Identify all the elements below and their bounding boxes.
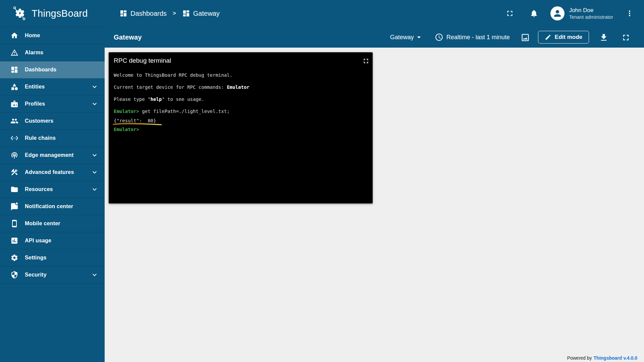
app-title: ThingsBoard bbox=[32, 8, 88, 19]
thingsboard-logo-icon bbox=[12, 6, 28, 21]
fullscreen-icon[interactable] bbox=[362, 57, 370, 65]
notifications-bell-icon[interactable] bbox=[530, 9, 538, 18]
sidebar-item-label: Advanced features bbox=[25, 169, 91, 175]
timewindow-button[interactable]: Realtime - last 1 minute bbox=[435, 33, 510, 42]
sidebar-item-profiles[interactable]: Profiles bbox=[0, 96, 105, 113]
sidebar-item-label: Edge management bbox=[25, 152, 91, 158]
sidebar-item-label: Settings bbox=[25, 255, 99, 261]
sidebar-item-label: Rule chains bbox=[25, 135, 99, 141]
dropdown-arrow-icon bbox=[415, 33, 423, 42]
powered-by-text: Powered by bbox=[567, 355, 592, 361]
sidebar-item-label: Mobile center bbox=[25, 221, 99, 227]
terminal-line: Emulator> get filePath=./light_level.txt… bbox=[114, 108, 368, 115]
dashboards-icon bbox=[119, 9, 127, 17]
terminal-text: to see usage. bbox=[165, 97, 204, 102]
sidebar-item-label: Entities bbox=[25, 84, 91, 90]
terminal-text: Current target device for RPC commands: bbox=[114, 84, 227, 90]
sidebar-item-label: Home bbox=[25, 33, 99, 39]
terminal-prompt: Emulator> bbox=[114, 127, 139, 132]
breadcrumb-item-gateway[interactable]: Gateway bbox=[182, 9, 220, 17]
terminal-text: {"result": 80} bbox=[114, 118, 156, 123]
state-select-label: Gateway bbox=[390, 34, 414, 41]
sidebar-item-label: Notification center bbox=[25, 203, 99, 209]
chevron-down-icon bbox=[91, 100, 99, 108]
chevron-down-icon bbox=[91, 168, 99, 176]
thingsboard-logo[interactable]: ThingsBoard bbox=[0, 6, 105, 21]
dashboards-icon bbox=[10, 66, 18, 74]
sidebar-item-notification-center[interactable]: Notification center bbox=[0, 198, 105, 215]
footer: Powered byThingsboard v.4.0.0 bbox=[567, 355, 637, 361]
sidebar-item-label: Dashboards bbox=[25, 67, 99, 73]
terminal-text: Please type bbox=[114, 97, 148, 102]
avatar[interactable] bbox=[550, 6, 565, 20]
user-role: Tenant administrator bbox=[569, 14, 613, 20]
sidebar-item-home[interactable]: Home bbox=[0, 27, 105, 44]
sidebar-item-label: Customers bbox=[25, 118, 99, 124]
breadcrumb-item-dashboards[interactable]: Dashboards bbox=[119, 9, 167, 17]
terminal-line: Current target device for RPC commands: … bbox=[114, 84, 368, 90]
more-vertical-icon[interactable] bbox=[625, 9, 634, 18]
sidebar-item-customers[interactable]: Customers bbox=[0, 113, 105, 130]
rpc-debug-terminal-widget: RPC debug terminal Welcome to ThingsBoar… bbox=[109, 52, 373, 203]
terminal-prompt: Emulator> bbox=[114, 109, 139, 114]
terminal-line: {"result": 80} bbox=[114, 117, 368, 124]
sidebar-item-security[interactable]: Security bbox=[0, 266, 105, 284]
chevron-down-icon bbox=[91, 271, 99, 279]
chevron-down-icon bbox=[91, 185, 99, 193]
sidebar-item-label: Resources bbox=[25, 186, 91, 192]
header-actions: John Doe Tenant administrator bbox=[505, 6, 644, 20]
sidebar-item-edge-management[interactable]: Edge management bbox=[0, 147, 105, 164]
breadcrumb-label: Gateway bbox=[193, 10, 220, 17]
terminal-line: Please type 'help' to see usage. bbox=[114, 96, 368, 103]
breadcrumb-separator: > bbox=[173, 10, 176, 17]
terminal-text: Emulator bbox=[227, 84, 249, 90]
advanced-features-icon bbox=[10, 168, 18, 176]
breadcrumb-label: Dashboards bbox=[130, 10, 167, 17]
sidebar-item-alarms[interactable]: Alarms bbox=[0, 44, 105, 61]
terminal-text: get filePath=./light_level.txt; bbox=[139, 109, 230, 114]
dashboard-title: Gateway bbox=[114, 34, 142, 41]
sidebar-item-resources[interactable]: Resources bbox=[0, 181, 105, 198]
api-usage-icon bbox=[10, 237, 18, 245]
app-header: ThingsBoard Dashboards > Gateway bbox=[0, 0, 644, 27]
breadcrumb: Dashboards > Gateway bbox=[119, 9, 220, 17]
edge-management-icon bbox=[10, 151, 18, 159]
sidebar-item-label: API usage bbox=[25, 238, 99, 244]
sidebar-item-advanced-features[interactable]: Advanced features bbox=[0, 164, 105, 181]
rule-chains-icon bbox=[10, 134, 18, 142]
sidebar-item-mobile-center[interactable]: Mobile center bbox=[0, 215, 105, 232]
dashboard-state-select[interactable]: Gateway bbox=[390, 33, 423, 42]
download-icon[interactable] bbox=[599, 33, 608, 42]
chevron-down-icon bbox=[91, 83, 99, 91]
sidebar-item-label: Profiles bbox=[25, 101, 91, 107]
resources-icon bbox=[10, 185, 18, 193]
sidebar-item-rule-chains[interactable]: Rule chains bbox=[0, 130, 105, 147]
home-icon bbox=[10, 32, 18, 40]
user-menu[interactable]: John Doe Tenant administrator bbox=[569, 7, 613, 20]
dashboard-toolbar: Gateway Gateway Realtime - last 1 minute… bbox=[105, 27, 644, 48]
edit-mode-label: Edit mode bbox=[555, 34, 582, 41]
terminal-text: 'help' bbox=[148, 97, 165, 102]
sidebar-item-label: Alarms bbox=[25, 50, 99, 56]
notification-center-icon bbox=[10, 202, 18, 210]
sidebar-item-entities[interactable]: Entities bbox=[0, 78, 105, 96]
terminal-output[interactable]: Welcome to ThingsBoard RPC debug termina… bbox=[109, 65, 373, 133]
thingsboard-version-link[interactable]: Thingsboard v.4.0.0 bbox=[594, 355, 637, 361]
profiles-icon bbox=[10, 100, 18, 108]
terminal-line: Welcome to ThingsBoard RPC debug termina… bbox=[114, 72, 368, 78]
sidebar-item-settings[interactable]: Settings bbox=[0, 249, 105, 266]
sidebar-item-dashboards[interactable]: Dashboards bbox=[0, 61, 105, 78]
dashboards-icon bbox=[182, 9, 190, 17]
avatar-person-icon bbox=[552, 8, 562, 18]
terminal-line: Emulator> bbox=[114, 126, 368, 133]
image-icon[interactable] bbox=[521, 33, 529, 42]
timewindow-label: Realtime - last 1 minute bbox=[446, 34, 510, 41]
sidebar-item-api-usage[interactable]: API usage bbox=[0, 232, 105, 249]
edit-mode-button[interactable]: Edit mode bbox=[538, 31, 589, 44]
chevron-down-icon bbox=[91, 151, 99, 159]
dashboard-content: RPC debug terminal Welcome to ThingsBoar… bbox=[105, 48, 644, 362]
toolbar-actions: Gateway Realtime - last 1 minute Edit mo… bbox=[390, 31, 630, 44]
fullscreen-icon[interactable] bbox=[505, 9, 514, 18]
fullscreen-icon[interactable] bbox=[621, 33, 630, 42]
settings-icon bbox=[10, 254, 18, 262]
